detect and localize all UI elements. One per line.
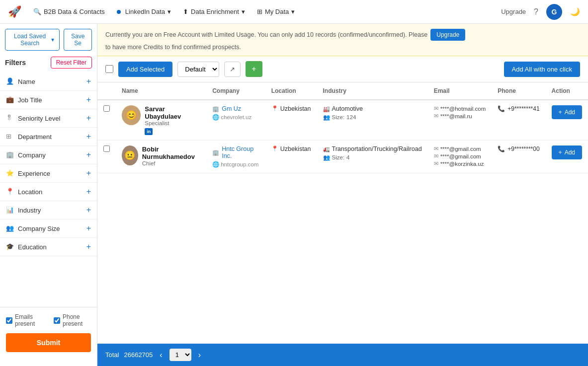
phone-present-checkbox[interactable] (54, 317, 60, 324)
submit-button[interactable]: Submit (6, 333, 91, 352)
row-checkbox-cell[interactable] (97, 141, 116, 173)
company-icon: 🏢 (212, 106, 219, 112)
industry-cell: 🚛 Transportation/Trucking/Railroad 👥 Siz… (317, 141, 428, 173)
next-page-button[interactable]: › (196, 351, 203, 360)
sidebar-item-department[interactable]: ⊞ Department + (0, 128, 97, 146)
nav-b2b[interactable]: 🔍 B2B Data & Contacts (33, 8, 105, 15)
envelope-icon: ✉ (434, 105, 438, 112)
seniority-icon: 🎖 (6, 114, 14, 122)
avatar[interactable]: G (546, 4, 562, 20)
people-icon: 👥 (6, 224, 14, 232)
add-contact-button[interactable]: + Add (552, 146, 582, 159)
briefcase-icon: 💼 (6, 96, 14, 104)
nav-enrichment[interactable]: ⬆ Data Enrichment ▾ (183, 8, 245, 15)
sidebar-item-location[interactable]: 📍 Location + (0, 183, 97, 201)
company-name[interactable]: 🏢 Gm Uz (212, 105, 259, 112)
person-cell: 😐 Bobir Nurmukhаmedov Chief (116, 141, 206, 173)
table-row: 😐 Bobir Nurmukhаmedov Chief 🏢 Hntc Group (97, 141, 588, 173)
company-cell: 🏢 Hntc Group Inc. 🌐 hntcgroup.com (206, 141, 265, 173)
results-toolbar: Add Selected Default ↗ + Add All with on… (97, 56, 588, 82)
total-count: 26662705 (124, 351, 153, 359)
company-website: 🌐 chevrolet.uz (212, 114, 259, 121)
sidebar-item-education[interactable]: 🎓 Education + (0, 238, 97, 256)
sidebar-item-seniority[interactable]: 🎖 Seniority Level + (0, 109, 97, 128)
external-link-button[interactable]: ↗ (224, 62, 241, 77)
total-label: Total (105, 351, 119, 359)
filters-header: Filters Reset Filter (0, 51, 97, 73)
add-icon: + (86, 95, 91, 104)
nav-linkedin[interactable]: LinkedIn Data ▾ (117, 8, 171, 15)
upload-icon: ⬆ (183, 8, 188, 15)
person-name: Bobir Nurmukhаmedov (142, 146, 201, 160)
people-icon: 👥 (323, 154, 330, 161)
person-name: Sarvar Ubaydulaev (145, 105, 200, 120)
add-contact-button[interactable]: + Add (552, 105, 582, 119)
col-company: Company (206, 82, 265, 100)
action-cell: + Add (546, 100, 588, 141)
top-navigation: 🚀 🔍 B2B Data & Contacts LinkedIn Data ▾ … (0, 0, 588, 24)
pin-icon: 📍 (271, 146, 278, 152)
select-all-checkbox[interactable] (105, 65, 113, 73)
filters-title: Filters (5, 59, 26, 67)
darkmode-icon[interactable]: 🌙 (570, 7, 580, 16)
emails-present-checkbox[interactable] (6, 317, 12, 324)
sidebar-item-company[interactable]: 🏢 Company + (0, 146, 97, 164)
sidebar-item-name[interactable]: 👤 Name + (0, 73, 97, 91)
add-column-button[interactable]: + (246, 61, 262, 77)
globe-icon: 🌐 (212, 114, 219, 121)
industry-icon: 🏭 (323, 106, 330, 112)
reset-filter-button[interactable]: Reset Filter (51, 57, 92, 69)
sidebar-top-buttons: Load Saved Search ▾ Save Se (0, 24, 97, 51)
col-phone: Phone (492, 82, 545, 100)
prev-page-button[interactable]: ‹ (158, 351, 164, 360)
add-icon: + (86, 206, 91, 215)
chevron-down-icon: ▾ (242, 8, 245, 15)
chevron-down-icon: ▾ (51, 36, 54, 43)
app-layout: Load Saved Search ▾ Save Se Filters Rese… (0, 24, 588, 366)
alert-banner: Currently you are on Free Account with L… (97, 24, 588, 56)
pagination-bar: Total 26662705 ‹ 1 2 3 4 5 › (97, 344, 588, 366)
page-select[interactable]: 1 2 3 4 5 (169, 349, 191, 361)
alert-upgrade-button[interactable]: Upgrade (430, 29, 465, 41)
add-icon: + (86, 187, 91, 196)
save-search-button[interactable]: Save Se (64, 29, 92, 51)
add-icon: + (86, 132, 91, 141)
avatar: 😊 (122, 105, 141, 125)
add-selected-button[interactable]: Add Selected (118, 62, 172, 77)
external-link-icon: ↗ (230, 66, 235, 73)
search-icon: 🔍 (33, 8, 41, 15)
load-saved-search-button[interactable]: Load Saved Search ▾ (5, 29, 60, 51)
sidebar-item-company-size[interactable]: 👥 Company Size + (0, 220, 97, 238)
upgrade-link[interactable]: Upgrade (501, 8, 526, 15)
help-icon[interactable]: ? (534, 7, 538, 16)
email-cell: ✉****@gmail.com ✉****@gmail.com ✉****@ko… (428, 141, 492, 173)
sidebar-item-industry[interactable]: 📊 Industry + (0, 201, 97, 220)
linkedin-dot-icon (117, 10, 121, 14)
phone-cell: 📞 +9********00 (492, 141, 545, 173)
col-location: Location (265, 82, 317, 100)
company-website: 🌐 hntcgroup.com (212, 161, 259, 168)
linkedin-badge[interactable]: in (145, 128, 153, 135)
sidebar-footer: Emails present Phone present Submit (0, 307, 97, 358)
chevron-down-icon: ▾ (291, 8, 295, 15)
emails-present-checkbox-label[interactable]: Emails present (6, 313, 44, 327)
row-checkbox-cell[interactable] (97, 100, 116, 141)
envelope-icon: ✉ (434, 153, 438, 159)
topnav-right: Upgrade ? G 🌙 (501, 4, 580, 20)
phone-present-checkbox-label[interactable]: Phone present (54, 313, 91, 327)
sidebar-item-job-title[interactable]: 💼 Job Title + (0, 91, 97, 109)
sidebar-item-experience[interactable]: ⭐ Experience + (0, 164, 97, 183)
add-icon: + (86, 242, 91, 251)
pin-icon: 📍 (6, 188, 14, 196)
pin-icon: 📍 (271, 105, 278, 112)
people-icon: 👥 (323, 114, 330, 121)
industry-icon: 📊 (6, 206, 14, 214)
logo-icon[interactable]: 🚀 (8, 5, 21, 18)
phone-icon: 📞 (498, 146, 505, 152)
add-icon: + (86, 169, 91, 178)
add-all-button[interactable]: Add All with one click (504, 62, 580, 77)
view-select[interactable]: Default (177, 62, 219, 77)
nav-mydata[interactable]: ⊞ My Data ▾ (257, 8, 295, 15)
company-name[interactable]: 🏢 Hntc Group Inc. (212, 146, 259, 159)
col-industry: Industry (317, 82, 428, 100)
